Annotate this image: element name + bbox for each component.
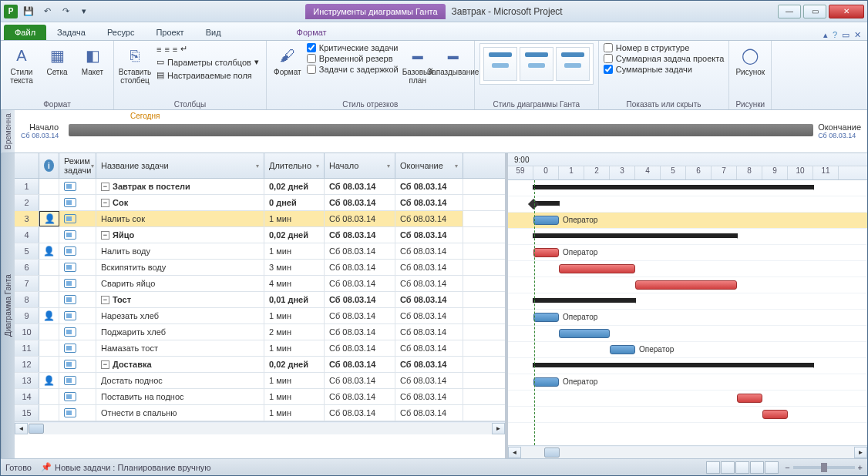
table-row[interactable]: 8−Тост0,01 днейСб 08.03.14Сб 08.03.14 <box>15 292 505 308</box>
row-name-cell[interactable]: Сварить яйцо <box>96 276 264 291</box>
row-info-cell[interactable]: 👤 <box>39 373 59 388</box>
row-name-cell[interactable]: Поджарить хлеб <box>96 324 264 340</box>
task-bar[interactable]: Оператор <box>533 313 559 322</box>
gantt-row[interactable] <box>508 326 867 342</box>
row-start-cell[interactable]: Сб 08.03.14 <box>325 324 395 340</box>
row-duration-cell[interactable]: 1 мин <box>264 211 325 226</box>
row-duration-cell[interactable]: 0,01 дней <box>264 292 325 307</box>
gantt-row[interactable]: Оператор <box>508 374 867 391</box>
layout-button[interactable]: ◧Макет <box>76 43 109 78</box>
row-number[interactable]: 11 <box>15 340 39 356</box>
row-duration-cell[interactable]: 0,02 дней <box>264 227 325 243</box>
row-number[interactable]: 5 <box>15 243 39 259</box>
row-duration-cell[interactable]: 4 мин <box>264 276 325 291</box>
row-name-cell[interactable]: −Тост <box>96 292 264 307</box>
collapse-icon[interactable]: − <box>101 296 109 304</box>
col-header-rownum[interactable] <box>15 153 39 178</box>
row-info-cell[interactable] <box>39 292 59 307</box>
mdi-restore-icon[interactable]: ▭ <box>842 30 849 40</box>
row-name-cell[interactable]: Вскипятить воду <box>96 260 264 275</box>
row-number[interactable]: 14 <box>15 389 39 404</box>
row-info-cell[interactable] <box>39 227 59 243</box>
gantt-row[interactable] <box>508 407 867 423</box>
row-finish-cell[interactable]: Сб 08.03.14 <box>395 211 463 226</box>
table-row[interactable]: 2−Сок0 днейСб 08.03.14Сб 08.03.14 <box>15 195 505 211</box>
view-resource-button[interactable] <box>750 461 764 474</box>
timeline-bar[interactable] <box>69 124 813 136</box>
row-finish-cell[interactable]: Сб 08.03.14 <box>395 243 463 259</box>
view-report-button[interactable] <box>765 461 779 474</box>
gridlines-button[interactable]: ▦Сетка <box>41 43 73 78</box>
row-finish-cell[interactable]: Сб 08.03.14 <box>395 340 463 356</box>
gantt-row[interactable] <box>508 391 867 407</box>
row-name-cell[interactable]: Достать поднос <box>96 373 264 388</box>
task-bar[interactable] <box>559 329 610 338</box>
save-icon[interactable]: 💾 <box>21 4 36 19</box>
row-start-cell[interactable]: Сб 08.03.14 <box>325 276 395 291</box>
row-info-cell[interactable]: 👤 <box>39 211 59 226</box>
format-bars-button[interactable]: 🖌Формат <box>271 43 304 78</box>
gantt-hscroll[interactable]: ◄ ► <box>508 445 867 458</box>
row-finish-cell[interactable]: Сб 08.03.14 <box>395 292 463 307</box>
help-icon[interactable]: ? <box>833 30 837 40</box>
row-mode-cell[interactable] <box>59 357 96 372</box>
table-row[interactable]: 7Сварить яйцо4 минСб 08.03.14Сб 08.03.14 <box>15 276 505 292</box>
ribbon-minimize-icon[interactable]: ▴ <box>823 30 828 40</box>
drawing-button[interactable]: ◯Рисунок <box>734 43 766 78</box>
timeline-body[interactable]: Сегодня НачалоСб 08.03.14 ОкончаниеСб 08… <box>15 110 867 153</box>
row-name-cell[interactable]: −Завтрак в постели <box>96 179 264 194</box>
row-mode-cell[interactable] <box>59 405 96 421</box>
row-info-cell[interactable] <box>39 340 59 356</box>
row-start-cell[interactable]: Сб 08.03.14 <box>325 340 395 356</box>
row-number[interactable]: 9 <box>15 308 39 323</box>
table-row[interactable]: 14Поставить на поднос1 минСб 08.03.14Сб … <box>15 389 505 405</box>
row-info-cell[interactable] <box>39 276 59 291</box>
gantt-chart-tab[interactable]: Диаграмма Ганта <box>1 153 15 458</box>
gantt-row[interactable] <box>508 180 867 196</box>
row-start-cell[interactable]: Сб 08.03.14 <box>325 405 395 421</box>
row-start-cell[interactable]: Сб 08.03.14 <box>325 357 395 372</box>
task-bar[interactable] <box>559 264 635 273</box>
col-header-name[interactable]: Название задачи▾ <box>96 153 264 178</box>
row-number[interactable]: 4 <box>15 227 39 243</box>
gantt-row[interactable] <box>508 196 867 213</box>
scroll-right-icon[interactable]: ► <box>854 447 867 458</box>
gantt-style-option[interactable] <box>483 47 517 81</box>
row-number[interactable]: 13 <box>15 373 39 388</box>
task-bar[interactable]: Оператор <box>610 345 635 354</box>
tab-resource[interactable]: Ресурс <box>96 25 145 40</box>
row-duration-cell[interactable]: 1 мин <box>264 308 325 323</box>
row-finish-cell[interactable]: Сб 08.03.14 <box>395 276 463 291</box>
row-number[interactable]: 10 <box>15 324 39 340</box>
row-name-cell[interactable]: Отнести в спальню <box>96 405 264 421</box>
row-name-cell[interactable]: −Яйцо <box>96 227 264 243</box>
row-start-cell[interactable]: Сб 08.03.14 <box>325 211 395 226</box>
row-finish-cell[interactable]: Сб 08.03.14 <box>395 195 463 210</box>
tab-view[interactable]: Вид <box>195 25 232 40</box>
row-info-cell[interactable]: 👤 <box>39 243 59 259</box>
row-number[interactable]: 6 <box>15 260 39 275</box>
gantt-row[interactable]: Оператор <box>508 342 867 358</box>
gantt-row[interactable] <box>508 229 867 245</box>
align-buttons[interactable]: ≡≡≡↵ <box>154 43 261 55</box>
task-bar[interactable]: Оператор <box>533 248 559 257</box>
gantt-row[interactable]: Оператор <box>508 245 867 261</box>
row-name-cell[interactable]: Налить сок <box>96 211 264 226</box>
zoom-out-icon[interactable]: − <box>785 463 789 472</box>
table-row[interactable]: 15Отнести в спальню1 минСб 08.03.14Сб 08… <box>15 405 505 421</box>
gantt-row[interactable] <box>508 293 867 310</box>
redo-icon[interactable]: ↷ <box>58 4 73 19</box>
table-row[interactable]: 1−Завтрак в постели0,02 днейСб 08.03.14С… <box>15 179 505 195</box>
row-number[interactable]: 7 <box>15 276 39 291</box>
table-row[interactable]: 13👤Достать поднос1 минСб 08.03.14Сб 08.0… <box>15 373 505 389</box>
row-name-cell[interactable]: Налить воду <box>96 243 264 259</box>
scroll-left-icon[interactable]: ◄ <box>15 423 28 434</box>
row-number[interactable]: 2 <box>15 195 39 210</box>
row-info-cell[interactable] <box>39 405 59 421</box>
row-finish-cell[interactable]: Сб 08.03.14 <box>395 179 463 194</box>
table-row[interactable]: 12−Доставка0,02 днейСб 08.03.14Сб 08.03.… <box>15 357 505 373</box>
row-mode-cell[interactable] <box>59 389 96 404</box>
col-header-mode[interactable]: Режим задачи▾ <box>59 153 96 178</box>
gantt-timescale[interactable]: 9:00 5901234567891011 <box>508 153 867 180</box>
collapse-icon[interactable]: − <box>101 199 109 207</box>
